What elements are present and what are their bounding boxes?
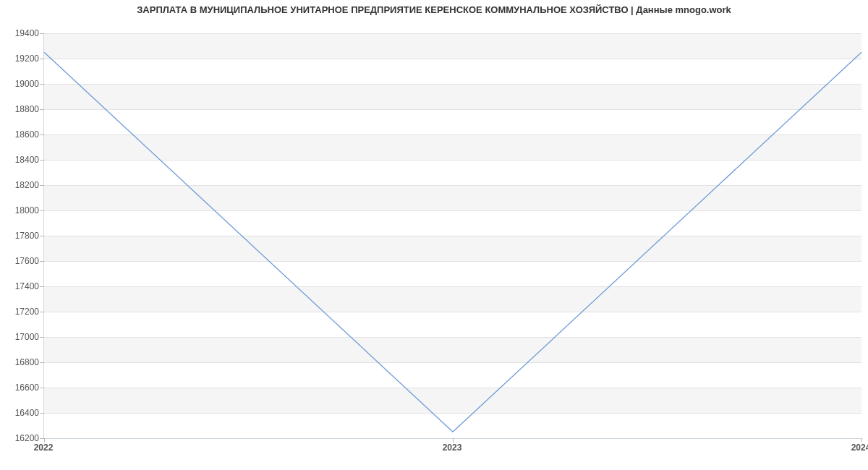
y-tick-mark xyxy=(40,286,44,287)
x-tick-label: 2022 xyxy=(34,443,54,453)
chart-title: ЗАРПЛАТА В МУНИЦИПАЛЬНОЕ УНИТАРНОЕ ПРЕДП… xyxy=(0,4,868,15)
y-tick-mark xyxy=(40,160,44,161)
y-tick-label: 17000 xyxy=(15,332,39,342)
series-line xyxy=(44,52,861,432)
y-tick-label: 18800 xyxy=(15,104,39,114)
y-tick-mark xyxy=(40,185,44,186)
y-tick-label: 19000 xyxy=(15,79,39,89)
plot-area xyxy=(43,33,861,439)
y-tick-mark xyxy=(40,337,44,338)
y-tick-mark xyxy=(40,84,44,85)
y-tick-mark xyxy=(40,59,44,59)
y-tick-mark xyxy=(40,109,44,110)
y-tick-mark xyxy=(40,210,44,211)
y-tick-label: 18200 xyxy=(15,180,39,190)
y-tick-mark xyxy=(40,33,44,34)
x-tick-label: 2023 xyxy=(443,443,462,453)
y-tick-label: 19400 xyxy=(15,28,39,38)
y-tick-mark xyxy=(40,261,44,262)
x-tick-label: 2024 xyxy=(851,443,868,453)
y-tick-label: 18600 xyxy=(15,129,39,140)
y-tick-label: 18000 xyxy=(15,205,39,215)
y-tick-mark xyxy=(40,413,44,414)
y-tick-label: 19200 xyxy=(15,54,39,64)
y-tick-label: 16600 xyxy=(15,383,39,393)
line-layer xyxy=(44,33,861,438)
chart-container: ЗАРПЛАТА В МУНИЦИПАЛЬНОЕ УНИТАРНОЕ ПРЕДП… xyxy=(0,0,868,470)
y-tick-mark xyxy=(40,236,44,236)
y-tick-mark xyxy=(40,388,44,388)
y-tick-mark xyxy=(40,312,44,312)
y-tick-label: 18400 xyxy=(15,155,39,165)
y-tick-label: 16200 xyxy=(15,433,39,443)
y-tick-mark xyxy=(40,134,44,135)
y-tick-label: 17400 xyxy=(15,281,39,291)
y-tick-label: 17800 xyxy=(15,231,39,241)
y-tick-label: 16800 xyxy=(15,357,39,367)
y-tick-label: 16400 xyxy=(15,408,39,418)
y-tick-mark xyxy=(40,362,44,363)
y-tick-label: 17600 xyxy=(15,256,39,266)
y-tick-label: 17200 xyxy=(15,307,39,317)
